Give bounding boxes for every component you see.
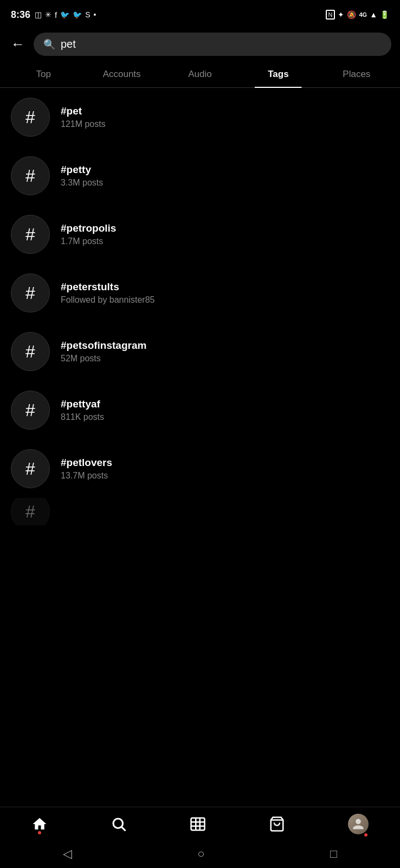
- tag-name: #petlovers: [61, 457, 112, 469]
- search-icon: 🔍: [43, 39, 55, 50]
- bluetooth-icon: ✦: [338, 10, 344, 19]
- nav-profile[interactable]: [348, 814, 369, 834]
- tag-info-2: #petty 3.3M posts: [61, 164, 103, 188]
- tab-accounts[interactable]: Accounts: [82, 61, 160, 87]
- tab-tags[interactable]: Tags: [239, 61, 317, 87]
- tag-meta: 811K posts: [61, 412, 104, 422]
- svg-line-1: [122, 827, 126, 831]
- hash-icon: #: [25, 459, 35, 479]
- bell-mute-icon: 🔕: [347, 10, 356, 19]
- msg-icon: ◫: [35, 10, 42, 19]
- tag-avatar-3: #: [11, 215, 50, 254]
- sys-home-button[interactable]: ○: [197, 847, 204, 861]
- facebook-icon: f: [55, 10, 57, 20]
- svg-rect-2: [191, 818, 205, 831]
- list-item[interactable]: # #petlovers 13.7M posts: [0, 439, 400, 498]
- signal-bars-icon: ▲: [370, 10, 377, 19]
- status-icons-left: ◫ ✳ f 🐦 🐦 S •: [35, 10, 96, 20]
- tag-avatar-7: #: [11, 449, 50, 488]
- status-time: 8:36: [11, 9, 30, 21]
- tag-info-6: #pettyaf 811K posts: [61, 398, 104, 422]
- avatar: [348, 814, 369, 834]
- profile-dot: [364, 833, 367, 837]
- search-input[interactable]: pet: [61, 38, 76, 50]
- search-bar-row: ← 🔍 pet: [0, 27, 400, 61]
- tag-name: #peterstults: [61, 281, 154, 293]
- status-icons-right: N ✦ 🔕 4G ▲ 🔋: [326, 10, 390, 20]
- tab-audio[interactable]: Audio: [161, 61, 239, 87]
- tag-avatar-4: #: [11, 273, 50, 312]
- hash-icon: #: [25, 400, 35, 420]
- system-nav: ◁ ○ □: [0, 840, 400, 868]
- tag-name: #petropolis: [61, 222, 116, 234]
- tag-avatar-6: #: [11, 391, 50, 430]
- list-item[interactable]: # #petropolis 1.7M posts: [0, 205, 400, 264]
- hash-icon: #: [25, 166, 35, 186]
- home-dot: [38, 831, 41, 834]
- tag-meta: Followed by bannister85: [61, 295, 154, 305]
- search-nav-icon: [111, 816, 127, 832]
- signal-4g-icon: 4G: [359, 11, 367, 18]
- tag-avatar-2: #: [11, 156, 50, 195]
- tag-info-7: #petlovers 13.7M posts: [61, 457, 112, 481]
- hash-icon: #: [25, 502, 35, 522]
- list-item[interactable]: # #pettyaf 811K posts: [0, 381, 400, 439]
- hash-icon: #: [25, 283, 35, 303]
- tag-meta: 13.7M posts: [61, 471, 112, 481]
- tag-info-4: #peterstults Followed by bannister85: [61, 281, 154, 305]
- tag-meta: 121M posts: [61, 119, 106, 129]
- svg-point-0: [113, 819, 123, 828]
- status-bar: 8:36 ◫ ✳ f 🐦 🐦 S • N ✦ 🔕 4G ▲ 🔋: [0, 0, 400, 27]
- tag-meta: 3.3M posts: [61, 178, 103, 188]
- hash-icon: #: [25, 342, 35, 362]
- tag-info-1: #pet 121M posts: [61, 105, 106, 129]
- tag-avatar-1: #: [11, 98, 50, 137]
- sys-recents-button[interactable]: □: [330, 847, 337, 861]
- dot-icon: •: [94, 10, 96, 19]
- nav-home[interactable]: [31, 816, 48, 832]
- bottom-nav: [0, 807, 400, 840]
- nav-search[interactable]: [111, 816, 127, 832]
- list-item[interactable]: # #petty 3.3M posts: [0, 146, 400, 205]
- tag-info-3: #petropolis 1.7M posts: [61, 222, 116, 246]
- battery-icon: 🔋: [380, 10, 389, 19]
- tag-name: #petsofinstagram: [61, 340, 146, 352]
- back-button[interactable]: ←: [9, 34, 27, 55]
- avatar-image: [348, 814, 369, 834]
- list-item-partial: #: [0, 498, 400, 525]
- tab-places[interactable]: Places: [318, 61, 396, 87]
- tag-name: #pet: [61, 105, 106, 117]
- hash-icon: #: [25, 225, 35, 245]
- tab-top[interactable]: Top: [4, 61, 82, 87]
- list-item[interactable]: # #petsofinstagram 52M posts: [0, 322, 400, 381]
- nav-reels[interactable]: [190, 816, 206, 832]
- tabs-row: Top Accounts Audio Tags Places: [0, 61, 400, 88]
- tag-meta: 1.7M posts: [61, 237, 116, 246]
- tag-name: #petty: [61, 164, 103, 176]
- tag-avatar-5: #: [11, 332, 50, 371]
- tag-info-5: #petsofinstagram 52M posts: [61, 340, 146, 363]
- list-item[interactable]: # #peterstults Followed by bannister85: [0, 264, 400, 322]
- nfc-icon: N: [326, 10, 336, 20]
- list-item[interactable]: # #pet 121M posts: [0, 88, 400, 146]
- tag-name: #pettyaf: [61, 398, 104, 410]
- home-icon: [31, 816, 48, 832]
- hash-icon: #: [25, 107, 35, 127]
- twitter-icon: 🐦: [60, 10, 69, 19]
- shop-icon: [269, 816, 285, 832]
- nav-shop[interactable]: [269, 816, 285, 832]
- twitter2-icon: 🐦: [73, 10, 82, 19]
- skype-icon: S: [85, 10, 90, 19]
- tag-meta: 52M posts: [61, 354, 146, 363]
- tag-avatar-partial: #: [11, 498, 50, 525]
- search-box[interactable]: 🔍 pet: [34, 33, 391, 56]
- person-icon: [352, 818, 365, 831]
- reels-icon: [190, 816, 206, 832]
- sys-back-button[interactable]: ◁: [63, 847, 72, 861]
- asterisk-icon: ✳: [45, 10, 51, 19]
- tag-list: # #pet 121M posts # #petty 3.3M posts # …: [0, 88, 400, 525]
